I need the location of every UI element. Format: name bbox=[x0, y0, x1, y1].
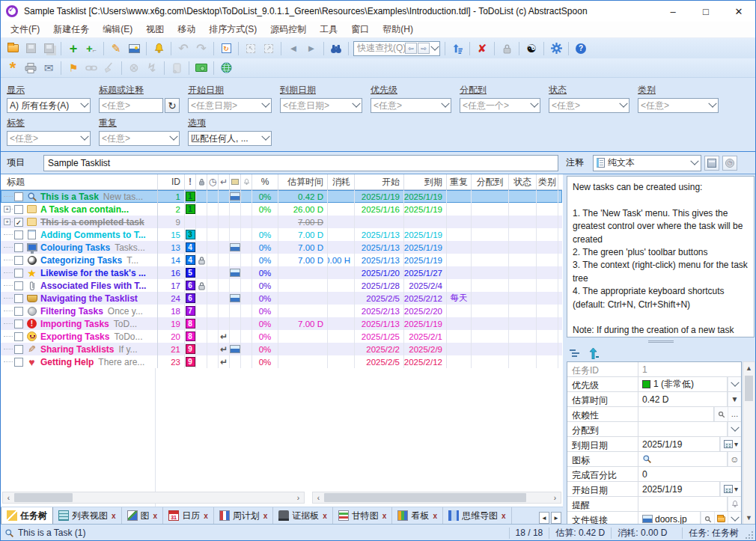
scroll-left-icon[interactable]: ‹ bbox=[313, 492, 324, 503]
browse-folder-button[interactable] bbox=[714, 512, 728, 525]
task-row[interactable]: +A Task can contain...210%26.00 D2025/1/… bbox=[1, 203, 562, 216]
column-header-title[interactable]: 标题 bbox=[1, 174, 158, 189]
task-checkbox[interactable] bbox=[14, 345, 23, 354]
edit-task-button[interactable]: ✎ bbox=[107, 40, 125, 57]
close-tab-icon[interactable]: x bbox=[153, 512, 158, 520]
scroll-down-icon[interactable]: ▼ bbox=[743, 512, 755, 524]
quick-find-box[interactable]: 快速查找(Q)⇦⇨ bbox=[353, 41, 440, 56]
task-checkbox[interactable] bbox=[14, 332, 23, 341]
task-checkbox[interactable] bbox=[14, 320, 23, 328]
column-header-reminder-icon[interactable] bbox=[241, 174, 252, 189]
menu-item-6[interactable]: 源码控制 bbox=[263, 22, 313, 37]
menu-item-3[interactable]: 视图 bbox=[139, 22, 171, 37]
task-checkbox[interactable] bbox=[14, 358, 23, 367]
set-task-icon-button[interactable] bbox=[125, 40, 143, 57]
dropdown-button[interactable] bbox=[728, 512, 741, 525]
scroll-right-icon[interactable]: › bbox=[293, 492, 304, 503]
menu-item-2[interactable]: 编辑(E) bbox=[96, 22, 139, 37]
task-checkbox[interactable] bbox=[14, 243, 23, 252]
close-button[interactable]: ✕ bbox=[722, 1, 755, 22]
filter-combo[interactable]: <任意日期> bbox=[188, 98, 272, 113]
cancel-tool-button[interactable]: ⊗ bbox=[125, 60, 143, 76]
menu-item-9[interactable]: 帮助(H) bbox=[376, 22, 420, 37]
attribute-value[interactable]: 0.42 D bbox=[638, 392, 727, 406]
menu-item-7[interactable]: 工具 bbox=[313, 22, 344, 37]
run-tool-button[interactable]: ↯ bbox=[143, 60, 161, 76]
save-all-tasklists-button[interactable] bbox=[40, 40, 58, 57]
open-tasklist-button[interactable] bbox=[4, 40, 22, 57]
task-row[interactable]: +✓This is a completed task97.00 D bbox=[1, 216, 562, 228]
scrollbar-thumb[interactable] bbox=[745, 376, 753, 401]
menu-item-1[interactable]: 新建任务 bbox=[46, 22, 96, 37]
task-row[interactable]: Associated Files with T...1760%2025/1/28… bbox=[1, 279, 562, 292]
attribute-value[interactable]: 1 (非常低) bbox=[638, 377, 727, 391]
filter-combo[interactable]: <任意> bbox=[99, 131, 180, 146]
attribute-value[interactable]: 1 bbox=[638, 362, 741, 376]
attributes-vscrollbar[interactable]: ▲ ▼ bbox=[743, 361, 755, 525]
cleanup-tasks-button[interactable] bbox=[100, 60, 118, 76]
column-header-file-link-icon[interactable] bbox=[230, 174, 241, 189]
scrollbar-thumb[interactable] bbox=[324, 493, 526, 502]
column-header-recur[interactable]: 重复 bbox=[447, 174, 472, 189]
task-row[interactable]: This is a TaskNew tas...110%0.42 D2025/1… bbox=[1, 190, 562, 203]
toggle-style-button[interactable]: ☯ bbox=[522, 40, 540, 57]
copy-task-button[interactable]: ↖ bbox=[242, 40, 260, 57]
column-header-priority-icon[interactable]: ! bbox=[185, 174, 196, 189]
save-tasklist-button[interactable] bbox=[22, 40, 40, 57]
task-row[interactable]: ★Likewise for the task's ...1650%2025/1/… bbox=[1, 266, 562, 279]
close-tab-icon[interactable]: x bbox=[502, 512, 506, 520]
maximize-button[interactable]: □ bbox=[689, 1, 722, 22]
attribute-value[interactable] bbox=[638, 407, 713, 421]
task-row[interactable]: Adding Comments to T...1530%7.00 D2025/1… bbox=[1, 228, 562, 241]
filter-combo[interactable]: <任意> bbox=[99, 98, 163, 113]
lock-tasklist-button[interactable] bbox=[498, 40, 516, 57]
flag-task-button[interactable]: ⚑ bbox=[64, 60, 82, 76]
new-task-button[interactable]: + bbox=[64, 40, 82, 57]
dropdown-button[interactable]: ▼ bbox=[728, 392, 741, 406]
filter-combo[interactable]: <任意> bbox=[549, 98, 630, 113]
close-tab-icon[interactable]: x bbox=[323, 512, 327, 520]
task-checkbox[interactable] bbox=[14, 281, 23, 290]
columns-pane-hscrollbar[interactable]: ‹ › bbox=[312, 492, 561, 504]
shortcuts-button[interactable]: * bbox=[4, 60, 22, 76]
column-header-id[interactable]: ID bbox=[158, 174, 185, 189]
find-prev-button[interactable]: ⇦ bbox=[405, 43, 417, 54]
reminder-button[interactable] bbox=[728, 497, 741, 511]
task-checkbox[interactable] bbox=[14, 205, 23, 214]
task-row[interactable]: Exporting TasksToDo...208↵0%2025/1/25202… bbox=[1, 330, 562, 343]
filter-combo[interactable]: <任意> bbox=[7, 131, 91, 146]
close-tab-icon[interactable]: x bbox=[433, 512, 437, 520]
column-header-clock-icon[interactable]: ◷ bbox=[207, 174, 219, 189]
ellipsis-button[interactable]: … bbox=[728, 407, 741, 421]
comments-grid-button[interactable] bbox=[704, 156, 719, 171]
previous-task-button[interactable]: ◄ bbox=[284, 40, 302, 57]
dropdown-button[interactable] bbox=[728, 422, 741, 436]
menu-item-8[interactable]: 窗口 bbox=[344, 22, 376, 37]
tab-图[interactable]: 图x bbox=[122, 507, 164, 524]
column-header-due[interactable]: 到期 bbox=[404, 174, 447, 189]
tab-看板[interactable]: 看板x bbox=[392, 507, 443, 524]
task-checkbox[interactable] bbox=[14, 230, 23, 239]
task-row[interactable]: !Importing TasksToD...1980%7.00 D2025/1/… bbox=[1, 317, 562, 330]
column-header-alloc[interactable]: 分配到 bbox=[472, 174, 509, 189]
column-header-spent[interactable]: 消耗 bbox=[328, 174, 355, 189]
close-tab-icon[interactable]: x bbox=[112, 512, 116, 520]
column-header-lock-icon[interactable] bbox=[196, 174, 207, 189]
resize-grip[interactable] bbox=[745, 525, 755, 541]
donate-button[interactable] bbox=[192, 60, 210, 76]
filter-combo[interactable]: 匹配任何人, ... bbox=[188, 131, 272, 146]
task-row[interactable]: Categorizing TasksT...1440%7.00 D0.00 H2… bbox=[1, 254, 562, 266]
tab-甘特图[interactable]: 甘特图x bbox=[333, 507, 393, 524]
column-header-pct[interactable]: % bbox=[252, 174, 278, 189]
task-checkbox[interactable]: ✓ bbox=[14, 218, 23, 227]
attribute-value[interactable] bbox=[638, 497, 727, 511]
attribute-value[interactable]: 2025/1/19 bbox=[638, 437, 719, 451]
tab-日历[interactable]: 31日历x bbox=[163, 507, 214, 524]
delete-task-button[interactable]: ✘ bbox=[473, 40, 491, 57]
sort-tasks-button[interactable] bbox=[448, 40, 466, 57]
filter-combo[interactable]: <任意日期> bbox=[280, 98, 362, 113]
search-button[interactable] bbox=[701, 512, 714, 525]
close-tab-icon[interactable]: x bbox=[263, 512, 268, 520]
tab-scroll-right-button[interactable]: ► bbox=[551, 512, 561, 524]
expand-icon[interactable]: + bbox=[4, 206, 10, 213]
